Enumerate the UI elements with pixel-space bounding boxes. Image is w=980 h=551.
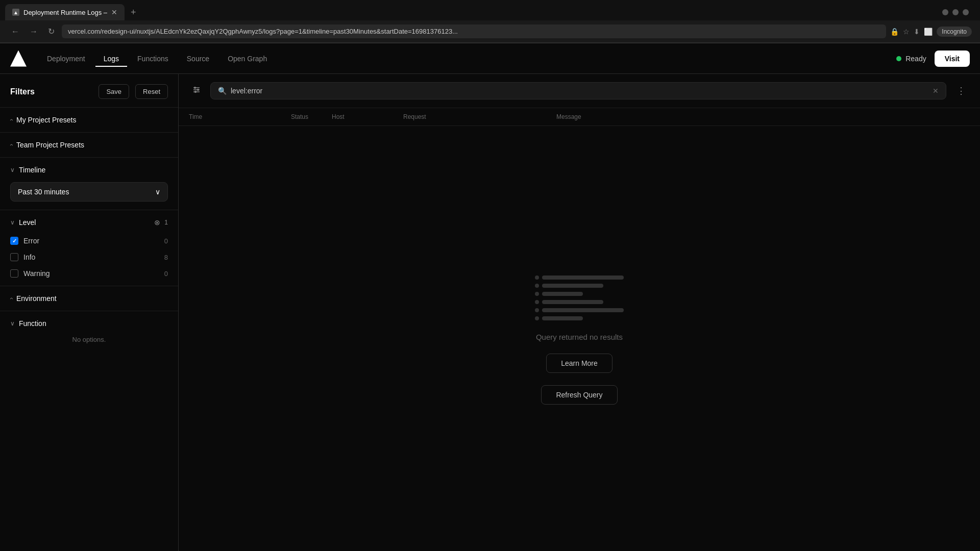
column-host: Host <box>332 113 403 120</box>
svg-point-5 <box>194 91 197 93</box>
app-logo[interactable] <box>10 51 27 67</box>
learn-more-button[interactable]: Learn More <box>546 354 612 373</box>
log-area: 🔍 ✕ ⋮ Time Status Host Request Message <box>179 74 980 551</box>
forward-button[interactable]: → <box>27 25 41 38</box>
my-presets-chevron: › <box>8 119 15 121</box>
column-time: Time <box>189 113 291 120</box>
shield-icon: 🔒 <box>890 28 899 36</box>
column-request: Request <box>403 113 556 120</box>
active-tab[interactable]: ▲ Deployment Runtime Logs – ✕ <box>5 4 125 20</box>
column-message: Message <box>556 113 970 120</box>
timeline-dropdown-icon: ∨ <box>155 188 160 196</box>
new-tab-button[interactable]: + <box>127 5 140 20</box>
environment-chevron: › <box>8 297 15 299</box>
info-label: Info <box>23 253 159 261</box>
warning-label: Warning <box>23 269 159 278</box>
team-presets-title: Team Project Presets <box>16 141 168 149</box>
save-filter-button[interactable]: Save <box>99 84 129 99</box>
tab-source[interactable]: Source <box>179 51 217 67</box>
download-icon[interactable]: ⬇ <box>914 28 920 36</box>
more-options-button[interactable]: ⋮ <box>952 83 970 98</box>
timeline-select[interactable]: Past 30 minutes ∨ <box>10 182 168 202</box>
level-header[interactable]: ∨ Level ⊗ 1 <box>10 216 168 229</box>
maximize-button[interactable] <box>952 9 959 15</box>
window-close-button[interactable] <box>963 9 969 15</box>
empty-state: Query returned no results Learn More Ref… <box>179 126 980 551</box>
status-label: Ready <box>905 55 926 63</box>
warning-count: 0 <box>164 270 168 278</box>
reset-filter-button[interactable]: Reset <box>135 84 168 99</box>
timeline-value: Past 30 minutes <box>18 188 69 196</box>
reload-button[interactable]: ↻ <box>45 24 58 38</box>
environment-section: › Environment <box>0 286 178 311</box>
my-project-presets-header[interactable]: › My Project Presets <box>10 114 168 126</box>
search-icon: 🔍 <box>218 87 227 95</box>
empty-state-icon <box>535 276 624 320</box>
search-input[interactable] <box>231 87 928 95</box>
level-active-count: 1 <box>164 219 168 226</box>
filters-header: Filters Save Reset <box>0 74 178 107</box>
filter-icon-button[interactable] <box>189 82 204 99</box>
tab-open-graph[interactable]: Open Graph <box>219 51 275 67</box>
status-dot <box>896 56 901 61</box>
sliders-icon <box>192 85 201 94</box>
environment-header[interactable]: › Environment <box>10 292 168 305</box>
error-count: 0 <box>164 237 168 245</box>
info-checkbox[interactable] <box>10 253 18 261</box>
minimize-button[interactable] <box>942 9 948 15</box>
tab-favicon: ▲ <box>12 9 19 16</box>
empty-state-text: Query returned no results <box>536 333 623 341</box>
team-project-presets-header[interactable]: › Team Project Presets <box>10 139 168 151</box>
timeline-header[interactable]: ∨ Timeline <box>10 164 168 176</box>
my-presets-title: My Project Presets <box>16 116 168 124</box>
error-checkbox[interactable] <box>10 237 18 245</box>
svg-point-3 <box>197 89 199 91</box>
timeline-title: Timeline <box>19 166 168 174</box>
function-header[interactable]: ∨ Function <box>10 317 168 330</box>
status-badge: Ready <box>896 55 926 63</box>
filters-sidebar: Filters Save Reset › My Project Presets … <box>0 74 179 551</box>
level-option-info: Info 8 <box>10 251 168 263</box>
nav-right-section: Ready Visit <box>896 51 970 67</box>
function-section: ∨ Function No options. <box>0 311 178 356</box>
no-options-text: No options. <box>10 330 168 349</box>
tab-deployment[interactable]: Deployment <box>39 51 93 67</box>
environment-title: Environment <box>16 294 168 303</box>
cast-icon[interactable]: ⬜ <box>924 28 933 36</box>
filters-title: Filters <box>10 87 92 96</box>
column-status: Status <box>291 113 332 120</box>
tab-logs[interactable]: Logs <box>95 51 127 67</box>
tab-close-button[interactable]: ✕ <box>111 8 117 16</box>
level-option-error: Error 0 <box>10 235 168 247</box>
back-button[interactable]: ← <box>8 25 22 38</box>
main-content: Filters Save Reset › My Project Presets … <box>0 74 980 551</box>
clear-search-icon[interactable]: ✕ <box>933 87 939 95</box>
function-title: Function <box>19 319 168 328</box>
level-option-warning: Warning 0 <box>10 267 168 280</box>
refresh-query-button[interactable]: Refresh Query <box>541 385 617 405</box>
visit-button[interactable]: Visit <box>935 51 970 67</box>
timeline-chevron: ∨ <box>10 166 15 173</box>
info-count: 8 <box>164 254 168 261</box>
tab-title: Deployment Runtime Logs – <box>23 9 107 16</box>
my-project-presets-section: › My Project Presets <box>0 107 178 132</box>
function-chevron: ∨ <box>10 320 15 327</box>
level-options: Error 0 Info 8 Warning 0 <box>10 235 168 280</box>
timeline-section: ∨ Timeline Past 30 minutes ∨ <box>0 157 178 210</box>
team-project-presets-section: › Team Project Presets <box>0 132 178 157</box>
address-bar-input[interactable] <box>62 24 886 38</box>
app-navigation: Deployment Logs Functions Source Open Gr… <box>0 43 980 74</box>
log-toolbar: 🔍 ✕ ⋮ <box>179 74 980 108</box>
error-label: Error <box>23 237 159 245</box>
search-container: 🔍 ✕ <box>210 82 946 99</box>
nav-tabs: Deployment Logs Functions Source Open Gr… <box>39 51 896 67</box>
warning-checkbox[interactable] <box>10 269 18 278</box>
level-title: Level <box>19 218 150 227</box>
incognito-badge: Incognito <box>937 27 972 37</box>
tab-functions[interactable]: Functions <box>129 51 177 67</box>
level-chevron: ∨ <box>10 219 15 226</box>
log-table-header: Time Status Host Request Message <box>179 108 980 126</box>
star-icon[interactable]: ☆ <box>903 28 910 36</box>
team-presets-chevron: › <box>8 144 15 146</box>
level-clear-icon[interactable]: ⊗ <box>154 218 160 227</box>
